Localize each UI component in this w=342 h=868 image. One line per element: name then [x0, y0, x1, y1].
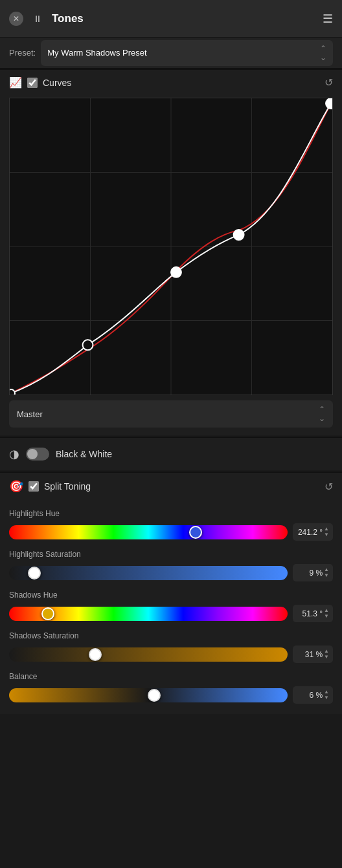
shadows-hue-value-box[interactable]: 51.3 ° ▲ ▼ [293, 605, 333, 622]
shadows-saturation-down[interactable]: ▼ [324, 655, 329, 660]
shadows-hue-arrows[interactable]: ▲ ▼ [324, 608, 329, 619]
shadows-hue-value: 51.3 ° [297, 609, 323, 618]
split-toning-title: Split Toning [44, 481, 319, 492]
shadows-saturation-up[interactable]: ▲ [324, 649, 329, 654]
highlights-saturation-row: 9 % ▲ ▼ [9, 564, 333, 581]
split-toning-controls: Highlights Hue 241.2 ° ▲ ▼ Highlights Sa… [0, 509, 342, 704]
split-toning-reset-button[interactable]: ↺ [325, 481, 333, 493]
balance-up[interactable]: ▲ [324, 689, 329, 695]
shadows-hue-label: Shadows Hue [9, 591, 333, 600]
curve-point-0[interactable] [10, 389, 15, 395]
header: ✕ ⏸ Tones ☰ [0, 0, 342, 38]
balance-value: 6 % [297, 691, 323, 700]
shadows-saturation-label: Shadows Saturation [9, 631, 333, 640]
curves-header: 📈 Curves ↺ [0, 70, 342, 95]
curves-svg [10, 98, 332, 395]
highlights-hue-value-box[interactable]: 241.2 ° ▲ ▼ [293, 523, 333, 541]
shadows-hue-up[interactable]: ▲ [324, 608, 329, 613]
pause-button[interactable]: ⏸ [31, 12, 44, 25]
menu-button[interactable]: ☰ [323, 12, 333, 26]
shadows-saturation-thumb[interactable] [89, 648, 102, 661]
curve-point-4[interactable] [326, 98, 332, 109]
highlights-hue-row: 241.2 ° ▲ ▼ [9, 523, 333, 541]
balance-slider[interactable] [9, 688, 288, 702]
header-title: Tones [52, 12, 84, 25]
highlights-saturation-up[interactable]: ▲ [324, 567, 329, 572]
black-white-toggle[interactable] [26, 448, 49, 461]
black-white-label: Black & White [56, 449, 112, 459]
shadows-saturation-value-box[interactable]: 31 % ▲ ▼ [293, 646, 333, 663]
preset-bar: Preset: My Warm Shadows Preset ⌃⌄ [0, 38, 342, 69]
preset-label: Preset: [9, 48, 36, 58]
preset-selector[interactable]: My Warm Shadows Preset ⌃⌄ [41, 40, 333, 66]
close-icon: ✕ [13, 14, 19, 23]
highlights-saturation-thumb[interactable] [28, 567, 41, 580]
preset-name: My Warm Shadows Preset [47, 48, 146, 58]
balance-row: 6 % ▲ ▼ [9, 686, 333, 704]
close-button[interactable]: ✕ [9, 12, 23, 26]
highlights-hue-up[interactable]: ▲ [324, 526, 329, 532]
channel-dropdown[interactable]: Master ⌃⌄ [9, 400, 333, 428]
highlights-saturation-slider[interactable] [9, 566, 288, 580]
highlights-saturation-arrows[interactable]: ▲ ▼ [324, 567, 329, 578]
highlights-saturation-down[interactable]: ▼ [324, 573, 329, 578]
shadows-hue-down[interactable]: ▼ [324, 614, 329, 619]
highlights-hue-arrows[interactable]: ▲ ▼ [324, 526, 329, 537]
curve-point-3[interactable] [234, 230, 244, 240]
highlights-hue-value: 241.2 ° [297, 528, 323, 537]
balance-arrows[interactable]: ▲ ▼ [324, 689, 329, 700]
curves-reset-button[interactable]: ↺ [325, 76, 333, 89]
highlights-hue-down[interactable]: ▼ [324, 532, 329, 537]
shadows-saturation-row: 31 % ▲ ▼ [9, 646, 333, 663]
split-toning-header: 🎯 Split Toning ↺ [0, 473, 342, 500]
toggle-thumb [27, 449, 38, 459]
highlights-hue-group: Highlights Hue 241.2 ° ▲ ▼ [9, 509, 333, 541]
shadows-saturation-arrows[interactable]: ▲ ▼ [324, 649, 329, 660]
curves-title: Curves [43, 78, 319, 88]
channel-chevron-icon: ⌃⌄ [319, 405, 325, 423]
balance-thumb[interactable] [148, 689, 161, 702]
balance-down[interactable]: ▼ [324, 695, 329, 700]
pause-icon: ⏸ [33, 14, 42, 24]
split-toning-checkbox[interactable] [28, 481, 39, 492]
shadows-saturation-group: Shadows Saturation 31 % ▲ ▼ [9, 631, 333, 663]
channel-label: Master [17, 409, 43, 419]
black-white-icon: ◑ [9, 447, 19, 461]
curves-checkbox[interactable] [27, 78, 38, 88]
split-toning-icon: 🎯 [9, 479, 23, 494]
curves-canvas[interactable] [9, 98, 333, 395]
highlights-saturation-value: 9 % [297, 569, 323, 578]
highlights-hue-thumb[interactable] [189, 526, 202, 539]
highlights-saturation-group: Highlights Saturation 9 % ▲ ▼ [9, 550, 333, 581]
highlights-hue-slider[interactable] [9, 525, 288, 539]
menu-icon: ☰ [323, 12, 333, 25]
highlights-hue-label: Highlights Hue [9, 509, 333, 518]
preset-chevron-icon: ⌃⌄ [320, 44, 326, 62]
shadows-saturation-value: 31 % [297, 650, 323, 659]
curve-point-1[interactable] [83, 340, 93, 350]
curves-icon: 📈 [9, 76, 22, 89]
curves-section: 📈 Curves ↺ [0, 70, 342, 435]
shadows-hue-slider[interactable] [9, 607, 288, 621]
shadows-hue-group: Shadows Hue 51.3 ° ▲ ▼ [9, 591, 333, 622]
balance-label: Balance [9, 672, 333, 681]
black-white-section: ◑ Black & White [0, 438, 342, 470]
shadows-saturation-slider[interactable] [9, 647, 288, 662]
shadows-hue-row: 51.3 ° ▲ ▼ [9, 605, 333, 622]
balance-group: Balance 6 % ▲ ▼ [9, 672, 333, 704]
split-toning-section: 🎯 Split Toning ↺ Highlights Hue 241.2 ° … [0, 473, 342, 714]
curve-point-2[interactable] [171, 267, 181, 277]
highlights-saturation-label: Highlights Saturation [9, 550, 333, 559]
highlights-saturation-value-box[interactable]: 9 % ▲ ▼ [293, 564, 333, 581]
balance-value-box[interactable]: 6 % ▲ ▼ [293, 686, 333, 704]
shadows-hue-thumb[interactable] [41, 607, 54, 620]
header-left: ✕ ⏸ Tones [9, 12, 84, 26]
